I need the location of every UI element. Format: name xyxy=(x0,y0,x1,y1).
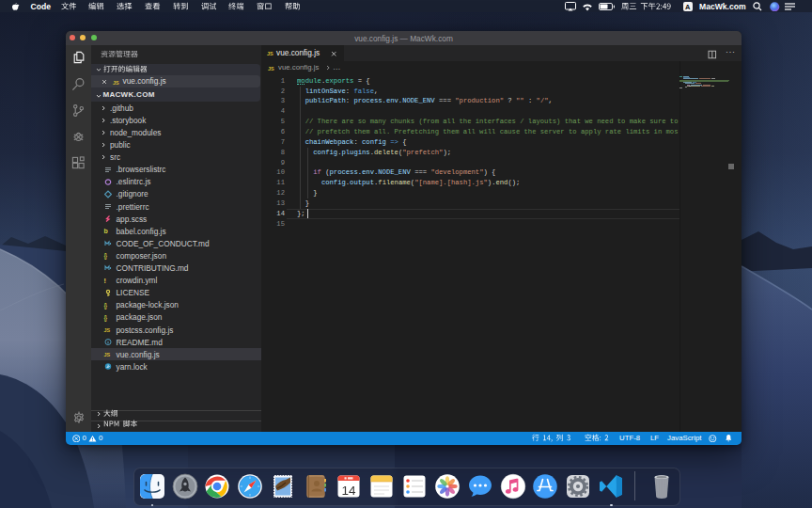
svg-text:14: 14 xyxy=(341,484,356,498)
